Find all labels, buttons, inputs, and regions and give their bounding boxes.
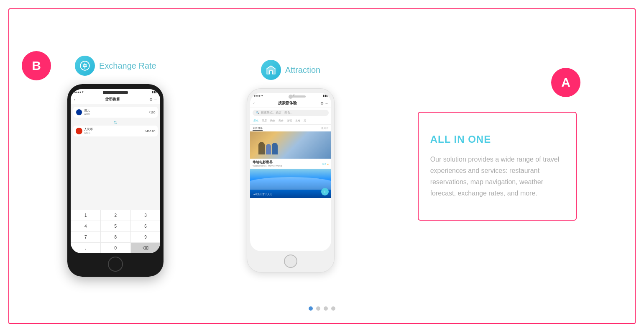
tab-food[interactable]: 美食: [277, 118, 285, 124]
exchange-rate-label-row: Exchange Rate: [75, 56, 156, 76]
dot-3[interactable]: [324, 306, 328, 311]
flag-cn: [76, 128, 82, 134]
exchange-rate-section: Exchange Rate ●●●● ▾ 9:41 ▮▮▮ ‹ 货币换算 ⚙ ·…: [67, 56, 164, 277]
currency-cny-info: 人民币 RMB: [84, 128, 145, 134]
tab-more[interactable]: 其: [302, 118, 308, 124]
key-6[interactable]: 6: [131, 221, 161, 231]
key-1[interactable]: 1: [71, 210, 100, 221]
settings-icon-2: ⚙ ···: [320, 101, 328, 105]
pagination: [309, 306, 335, 311]
info-card-text: Our solution provides a wide range of tr…: [430, 154, 564, 199]
status-bar-dark: ●●●● ▾ 9:41 ▮▮▮: [71, 89, 160, 95]
fab-button[interactable]: +: [321, 188, 329, 195]
tab-attraction[interactable]: 景点: [252, 118, 260, 124]
badge-b: B: [22, 51, 51, 80]
wave-image: ●冲浪天才小人儿: [250, 169, 331, 198]
key-5[interactable]: 5: [101, 221, 130, 231]
key-dot[interactable]: .: [71, 243, 100, 253]
svg-point-1: [84, 64, 87, 67]
attraction-image-1: [250, 131, 331, 159]
tab-shopping[interactable]: 购物: [268, 118, 277, 124]
tab-hotel[interactable]: 酒店: [260, 118, 268, 124]
sub-tab-row: 评价排序 最高价: [250, 126, 331, 131]
key-backspace[interactable]: ⌫: [131, 243, 161, 253]
key-2[interactable]: 2: [101, 210, 130, 221]
key-0[interactable]: 0: [101, 243, 130, 253]
exchange-rate-text: Exchange Rate: [99, 61, 156, 71]
attraction-screen-header: ‹ 搜索新体验 ⚙ ···: [250, 99, 331, 108]
exchange-screen-header: ‹ 货币换算 ⚙ ···: [71, 95, 160, 104]
attraction-text: Attraction: [285, 65, 320, 75]
search-icon: 🔍: [256, 111, 260, 115]
key-3[interactable]: 3: [131, 210, 161, 221]
attraction-card-2: ●冲浪天才小人儿 +: [250, 169, 331, 198]
info-card: ALL IN ONE Our solution provides a wide …: [418, 112, 577, 221]
exchange-content: 澳元 AUD ▾ 100 ⇅ 人民币 RMB ▾: [71, 104, 160, 210]
key-8[interactable]: 8: [101, 232, 130, 242]
attraction-label-row: Attraction: [261, 60, 320, 80]
attraction-tabs: 景点 酒店 购物 美食 游记 攻略 其: [250, 118, 331, 125]
home-button-dark[interactable]: [108, 257, 123, 272]
swap-arrow: ⇅: [73, 119, 158, 126]
settings-icon: ⚙ ···: [149, 98, 157, 102]
main-container: B A Exchange Rate ●●●● ▾: [8, 8, 636, 324]
key-4[interactable]: 4: [71, 221, 100, 231]
exchange-rate-phone: ●●●● ▾ 9:41 ▮▮▮ ‹ 货币换算 ⚙ ··· 澳元: [67, 84, 164, 277]
back-icon: ‹: [74, 98, 75, 102]
spacer: [73, 138, 158, 155]
tab-guide[interactable]: 攻略: [294, 118, 302, 124]
attraction-screen: ●●●● ▾ 9:41 ▮▮▮ ‹ 搜索新体验 ⚙ ··· 🔍 搜索景点、酒店、…: [250, 93, 331, 251]
attraction-icon: [261, 60, 281, 80]
attraction-card-1: 华纳电影世界 Warner Bros. Movie World 4.6 ★: [250, 131, 331, 169]
currency-row-cny: 人民币 RMB ▾ 466.80: [73, 126, 158, 136]
exchange-rate-screen: ●●●● ▾ 9:41 ▮▮▮ ‹ 货币换算 ⚙ ··· 澳元: [71, 89, 160, 253]
attraction-phone: ●●●● ▾ 9:41 ▮▮▮ ‹ 搜索新体验 ⚙ ··· 🔍 搜索景点、酒店、…: [247, 88, 335, 273]
tab-diary[interactable]: 游记: [285, 118, 294, 124]
dot-1[interactable]: [309, 306, 313, 311]
sub-tab-rating[interactable]: 评价排序: [253, 126, 263, 131]
status-bar-light: ●●●● ▾ 9:41 ▮▮▮: [250, 93, 331, 99]
flag-au: [76, 109, 82, 116]
keypad: 1 2 3 4 5 6 7 8 9 . 0 ⌫: [71, 210, 160, 253]
exchange-rate-icon: [75, 56, 95, 76]
attraction-section: Attraction ●●●● ▾ 9:41 ▮▮▮ ‹ 搜索新体验 ⚙ ···: [247, 60, 335, 273]
badge-a: A: [551, 68, 580, 97]
info-card-title: ALL IN ONE: [430, 134, 564, 145]
key-7[interactable]: 7: [71, 232, 100, 242]
wave-caption: ●冲浪天才小人儿: [253, 193, 272, 196]
home-button-light[interactable]: [284, 255, 297, 268]
currency-row-aud: 澳元 AUD ▾ 100: [73, 107, 158, 118]
dot-2[interactable]: [316, 306, 320, 311]
back-icon-2: ‹: [253, 101, 255, 105]
currency-aud-info: 澳元 AUD: [84, 109, 148, 116]
key-9[interactable]: 9: [131, 232, 161, 242]
dot-4[interactable]: [331, 306, 335, 311]
sub-tab-price[interactable]: 最高价: [321, 126, 329, 131]
rating-1: 4.6 ★: [322, 162, 329, 165]
attraction-search-bar[interactable]: 🔍 搜索景点、酒店、美食...: [253, 110, 329, 116]
attraction-caption-1: 华纳电影世界 Warner Bros. Movie World 4.6 ★: [250, 159, 331, 169]
